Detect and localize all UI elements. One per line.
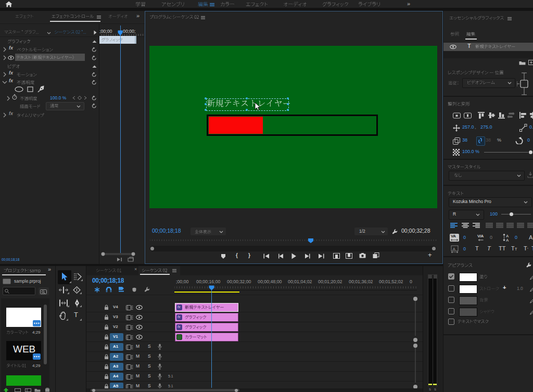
svg-text:A: A bbox=[506, 238, 509, 242]
svg-text:A: A bbox=[453, 247, 456, 251]
svg-text:A: A bbox=[529, 234, 533, 241]
